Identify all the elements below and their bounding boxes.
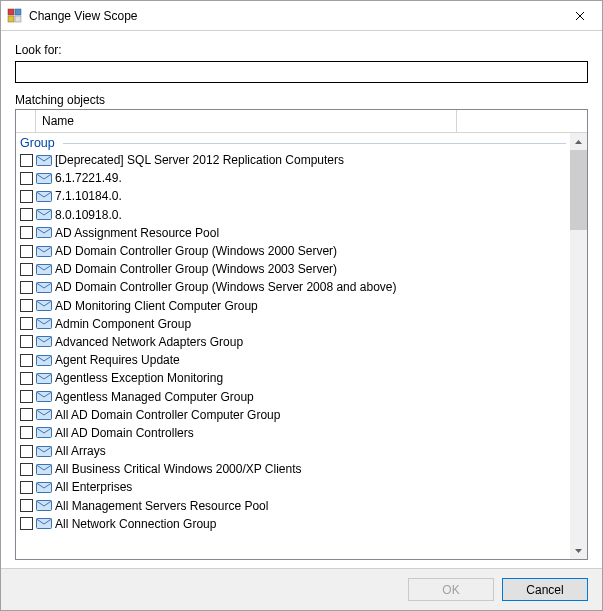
group-icon bbox=[36, 463, 52, 476]
row-name: AD Domain Controller Group (Windows 2003… bbox=[55, 262, 337, 276]
row-name: Agent Requires Update bbox=[55, 353, 180, 367]
row-name: AD Domain Controller Group (Windows 2000… bbox=[55, 244, 337, 258]
look-for-input[interactable] bbox=[15, 61, 588, 83]
row-checkbox[interactable] bbox=[20, 263, 33, 276]
scroll-up-button[interactable] bbox=[570, 133, 587, 150]
group-icon bbox=[36, 481, 52, 494]
list-item[interactable]: AD Assignment Resource Pool bbox=[19, 224, 570, 242]
row-checkbox[interactable] bbox=[20, 481, 33, 494]
group-header[interactable]: Group bbox=[19, 134, 570, 151]
row-name: AD Assignment Resource Pool bbox=[55, 226, 219, 240]
list-item[interactable]: Agent Requires Update bbox=[19, 351, 570, 369]
group-icon bbox=[36, 317, 52, 330]
group-icon bbox=[36, 154, 52, 167]
row-checkbox[interactable] bbox=[20, 463, 33, 476]
list-item[interactable]: 7.1.10184.0. bbox=[19, 187, 570, 205]
row-checkbox[interactable] bbox=[20, 299, 33, 312]
list-item[interactable]: AD Domain Controller Group (Windows 2000… bbox=[19, 242, 570, 260]
window-title: Change View Scope bbox=[29, 9, 557, 23]
header-spacer-col bbox=[457, 110, 587, 132]
list-item[interactable]: Agentless Managed Computer Group bbox=[19, 387, 570, 405]
header-checkbox-col[interactable] bbox=[16, 110, 36, 132]
group-icon bbox=[36, 445, 52, 458]
group-icon bbox=[36, 390, 52, 403]
list-item[interactable]: 6.1.7221.49. bbox=[19, 169, 570, 187]
row-name: Advanced Network Adapters Group bbox=[55, 335, 243, 349]
list-item[interactable]: Advanced Network Adapters Group bbox=[19, 333, 570, 351]
close-button[interactable] bbox=[557, 1, 602, 30]
list-item[interactable]: All Enterprises bbox=[19, 478, 570, 496]
svg-rect-1 bbox=[15, 9, 21, 15]
row-checkbox[interactable] bbox=[20, 499, 33, 512]
list-body[interactable]: Group [Deprecated] SQL Server 2012 Repli… bbox=[16, 133, 570, 559]
content-area: Look for: Matching objects Name Group [D… bbox=[1, 31, 602, 568]
row-name: AD Domain Controller Group (Windows Serv… bbox=[55, 280, 397, 294]
row-checkbox[interactable] bbox=[20, 172, 33, 185]
look-for-label: Look for: bbox=[15, 43, 588, 57]
row-checkbox[interactable] bbox=[20, 154, 33, 167]
row-name: All Business Critical Windows 2000/XP Cl… bbox=[55, 462, 302, 476]
row-checkbox[interactable] bbox=[20, 208, 33, 221]
group-icon bbox=[36, 245, 52, 258]
list-item[interactable]: AD Domain Controller Group (Windows 2003… bbox=[19, 260, 570, 278]
row-checkbox[interactable] bbox=[20, 408, 33, 421]
row-checkbox[interactable] bbox=[20, 445, 33, 458]
row-name: All AD Domain Controllers bbox=[55, 426, 194, 440]
row-checkbox[interactable] bbox=[20, 354, 33, 367]
row-checkbox[interactable] bbox=[20, 335, 33, 348]
group-header-label: Group bbox=[20, 136, 55, 150]
list-item[interactable]: All Arrays bbox=[19, 442, 570, 460]
group-icon bbox=[36, 354, 52, 367]
dialog-window: Change View Scope Look for: Matching obj… bbox=[0, 0, 603, 611]
list-item[interactable]: All Business Critical Windows 2000/XP Cl… bbox=[19, 460, 570, 478]
list-item[interactable]: 8.0.10918.0. bbox=[19, 206, 570, 224]
row-name: 7.1.10184.0. bbox=[55, 189, 122, 203]
list-item[interactable]: All AD Domain Controller Computer Group bbox=[19, 406, 570, 424]
list-item[interactable]: All AD Domain Controllers bbox=[19, 424, 570, 442]
group-icon bbox=[36, 172, 52, 185]
row-name: AD Monitoring Client Computer Group bbox=[55, 299, 258, 313]
list-item[interactable]: Agentless Exception Monitoring bbox=[19, 369, 570, 387]
scroll-track[interactable] bbox=[570, 150, 587, 542]
group-icon bbox=[36, 372, 52, 385]
row-name: [Deprecated] SQL Server 2012 Replication… bbox=[55, 153, 344, 167]
ok-button: OK bbox=[408, 578, 494, 601]
row-name: All Arrays bbox=[55, 444, 106, 458]
vertical-scrollbar[interactable] bbox=[570, 133, 587, 559]
row-checkbox[interactable] bbox=[20, 190, 33, 203]
group-icon bbox=[36, 299, 52, 312]
row-checkbox[interactable] bbox=[20, 226, 33, 239]
group-icon bbox=[36, 426, 52, 439]
row-checkbox[interactable] bbox=[20, 517, 33, 530]
group-icon bbox=[36, 335, 52, 348]
list-item[interactable]: [Deprecated] SQL Server 2012 Replication… bbox=[19, 151, 570, 169]
list-item[interactable]: Admin Component Group bbox=[19, 315, 570, 333]
group-icon bbox=[36, 263, 52, 276]
list-header: Name bbox=[16, 110, 587, 133]
row-checkbox[interactable] bbox=[20, 317, 33, 330]
scroll-down-button[interactable] bbox=[570, 542, 587, 559]
row-checkbox[interactable] bbox=[20, 245, 33, 258]
svg-rect-2 bbox=[8, 16, 14, 22]
list-item[interactable]: AD Domain Controller Group (Windows Serv… bbox=[19, 278, 570, 296]
row-checkbox[interactable] bbox=[20, 281, 33, 294]
group-icon bbox=[36, 408, 52, 421]
matching-objects-list: Name Group [Deprecated] SQL Server 2012 … bbox=[15, 109, 588, 560]
header-name-col[interactable]: Name bbox=[36, 110, 457, 132]
row-checkbox[interactable] bbox=[20, 372, 33, 385]
cancel-button[interactable]: Cancel bbox=[502, 578, 588, 601]
row-name: All Management Servers Resource Pool bbox=[55, 499, 268, 513]
list-item[interactable]: All Management Servers Resource Pool bbox=[19, 497, 570, 515]
scroll-thumb[interactable] bbox=[570, 150, 587, 230]
row-name: All AD Domain Controller Computer Group bbox=[55, 408, 280, 422]
list-item[interactable]: AD Monitoring Client Computer Group bbox=[19, 297, 570, 315]
row-checkbox[interactable] bbox=[20, 426, 33, 439]
group-icon bbox=[36, 226, 52, 239]
row-name: All Network Connection Group bbox=[55, 517, 216, 531]
row-name: Agentless Managed Computer Group bbox=[55, 390, 254, 404]
group-icon bbox=[36, 190, 52, 203]
group-header-line bbox=[63, 143, 566, 144]
row-checkbox[interactable] bbox=[20, 390, 33, 403]
list-item[interactable]: All Network Connection Group bbox=[19, 515, 570, 533]
group-icon bbox=[36, 281, 52, 294]
